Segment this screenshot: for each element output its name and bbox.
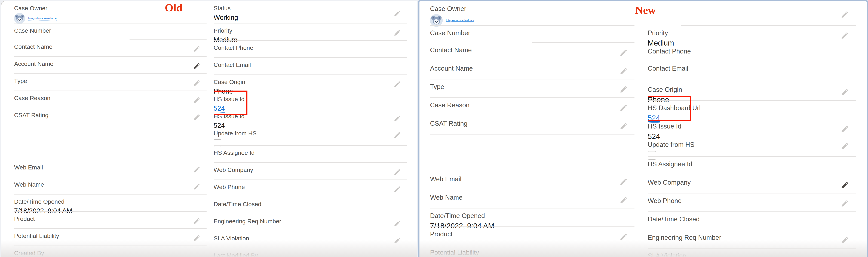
field-row-account-name: Account Name [430,61,634,80]
edit-pencil-icon[interactable] [193,114,200,121]
edit-pencil-icon[interactable] [840,181,848,189]
field-row-date-time-opened: Date/Time Opened7/18/2022, 9:04 AM [430,208,634,227]
field-row-date-time-closed: Date/Time Closed [214,197,407,214]
field-row-web-email: Web Email [430,172,634,190]
edit-pencil-icon[interactable] [393,237,401,244]
edit-pencil-icon[interactable] [193,45,200,53]
edit-pencil-icon[interactable] [619,233,627,241]
field-label: SLA Violation [648,249,856,257]
edit-pencil-icon[interactable] [193,183,200,191]
field-label: Case Reason [430,98,634,109]
edit-pencil-icon[interactable] [393,220,401,227]
edit-pencil-icon[interactable] [393,10,401,17]
field-row-contact-name: Contact Name [14,39,207,57]
field-row-contact-email: Contact Email [214,58,407,75]
field-row-case-origin: Case OriginPhone [214,75,407,92]
user-avatar-icon [14,13,25,24]
field-label: Web Name [430,190,634,201]
field-label: Web Company [214,163,407,173]
edit-pencil-icon[interactable] [840,32,848,40]
field-label [648,1,856,5]
field-label: HS Issue Id [214,92,407,103]
field-row-web-company: Web Company [648,175,856,194]
edit-pencil-icon[interactable] [840,236,848,244]
field-row-csat-rating: CSAT Rating [14,108,207,125]
field-label: HS Issue Id [648,119,856,130]
edit-pencil-icon[interactable] [393,81,401,88]
field-label: Product [14,211,207,222]
field-row-case-reason: Case Reason [14,91,207,108]
field-row-hs-issue-id: HS Issue Id524 [214,109,407,126]
edit-pencil-icon[interactable] [840,88,848,96]
field-label: Case Origin [214,75,407,85]
field-label: Engineering Req Number [214,214,407,225]
field-row-case-reason: Case Reason [430,98,634,116]
edit-pencil-icon[interactable] [193,96,200,104]
field-row-sla-violation: SLA Violation [648,249,856,257]
field-label: Case Reason [14,91,207,102]
field-label: Contact Email [214,58,407,68]
field-label: Web Company [648,175,856,187]
edit-pencil-icon[interactable] [619,67,627,75]
field-row-hs-issue-id-highlighted: HS Issue Id524 [214,92,407,109]
field-row-case-owner: Case Owner Integrations salesforce [430,1,634,26]
field-label: Account Name [14,57,207,67]
edit-pencil-icon[interactable] [619,178,627,186]
field-row-case-origin: Case OriginPhone [648,82,856,101]
field-row-update-from-hs: Update from HS [648,137,856,157]
new-panel-right-column: PriorityMedium Contact PhoneContact Emai… [648,1,856,257]
field-row-date-time-opened: Date/Time Opened7/18/2022, 9:04 AM [14,195,207,211]
field-row-created-by: Created By Integrations salesforce7/18/2… [14,246,207,257]
edit-pencil-icon[interactable] [193,234,200,242]
field-row-contact-phone: Contact Phone [214,40,407,58]
edit-pencil-icon[interactable] [393,185,401,193]
new-case-detail-panel: Case Owner Integrations salesforceCase N… [418,0,868,257]
field-row-product: Product [430,227,634,245]
field-row-hs-assignee-id: HS Assignee Id [214,146,407,163]
edit-pencil-icon[interactable] [840,125,848,133]
field-label: Update from HS [214,126,407,137]
user-link[interactable]: Integrations salesforce [446,19,474,22]
edit-pencil-icon[interactable] [193,80,200,87]
field-label: Web Phone [214,180,407,191]
field-row-sla-violation: SLA Violation [214,231,407,248]
edit-pencil-icon[interactable] [193,166,200,173]
field-label: Contact Phone [214,40,407,51]
edit-pencil-icon[interactable] [840,142,848,150]
edit-pencil-icon[interactable] [619,196,627,204]
edit-pencil-icon[interactable] [840,10,848,19]
edit-pencil-icon[interactable] [619,104,627,112]
field-label: Priority [214,24,407,34]
field-row-date-time-closed: Date/Time Closed [648,212,856,230]
edit-pencil-icon[interactable] [393,168,401,176]
field-label: Potential Liability [430,245,634,256]
field-row-contact-phone: Contact Phone [648,44,856,61]
edit-pencil-icon[interactable] [393,115,401,122]
field-row-type: Type [14,74,207,91]
field-label: Priority [648,26,856,37]
edit-pencil-icon[interactable] [619,85,627,93]
field-label: Update from HS [648,137,856,149]
field-label: Type [14,74,207,84]
field-row-hs-issue-id: HS Issue Id524 [648,119,856,137]
user-avatar-icon [430,14,443,27]
field-label: Account Name [430,61,634,73]
field-row-priority: PriorityMedium [214,24,407,40]
edit-pencil-icon[interactable] [619,122,627,130]
old-case-detail-panel: Case Owner Integrations salesforceCase N… [1,1,417,257]
user-link[interactable]: Integrations salesforce [28,17,57,21]
field-label: Contact Name [14,39,207,50]
edit-pencil-icon[interactable] [840,199,848,207]
new-panel-left-column: Case Owner Integrations salesforceCase N… [430,1,634,257]
field-row-hs-assignee-id: HS Assignee Id [648,157,856,175]
edit-pencil-icon[interactable] [393,131,401,139]
field-label: SLA Violation [214,231,407,242]
edit-pencil-icon[interactable] [619,49,627,57]
edit-pencil-icon[interactable] [193,62,200,70]
field-label: Date/Time Closed [214,197,407,207]
field-label: Date/Time Opened [430,208,634,220]
edit-pencil-icon[interactable] [393,29,401,36]
edit-pencil-icon[interactable] [193,217,200,225]
field-row-contact-email: Contact Email [648,61,856,82]
field-label: HS Issue Id [214,109,407,120]
